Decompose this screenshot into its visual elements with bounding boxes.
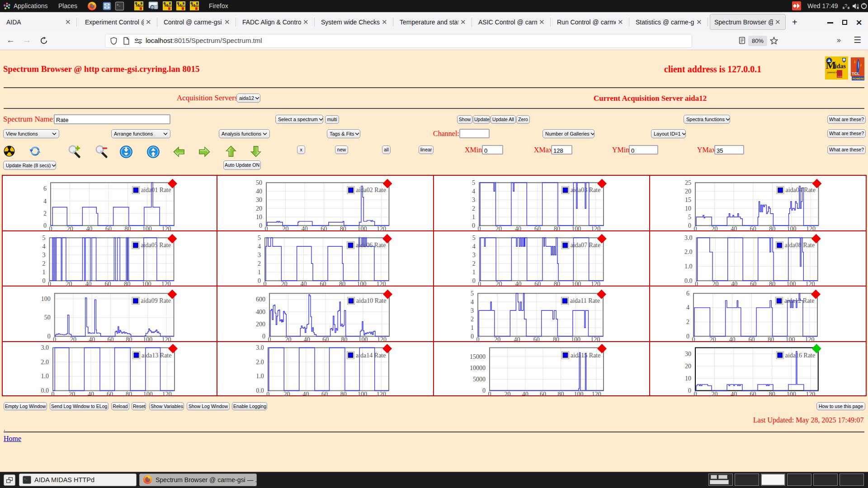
svg-text:0.0: 0.0 xyxy=(41,387,49,394)
svg-text:20: 20 xyxy=(69,391,75,398)
svg-text:aida13 Rate: aida13 Rate xyxy=(142,352,171,359)
svg-text:aida07 Rate: aida07 Rate xyxy=(571,242,600,249)
svg-text:5000: 5000 xyxy=(473,376,486,383)
svg-text:80: 80 xyxy=(769,391,775,398)
svg-text:3: 3 xyxy=(472,252,476,258)
svg-text:3: 3 xyxy=(472,196,475,203)
svg-text:20: 20 xyxy=(711,391,717,398)
svg-text:3.0: 3.0 xyxy=(41,344,49,351)
svg-text:4: 4 xyxy=(472,188,475,194)
svg-text:aida09 Rate: aida09 Rate xyxy=(141,297,171,304)
svg-text:60: 60 xyxy=(540,391,546,398)
svg-text:5: 5 xyxy=(472,235,476,241)
svg-text:15: 15 xyxy=(685,196,691,203)
svg-text:idas: idas xyxy=(138,5,143,7)
svg-text:2: 2 xyxy=(42,260,46,267)
svg-text:4: 4 xyxy=(686,304,689,311)
svg-text:3: 3 xyxy=(42,252,46,258)
svg-text:1: 1 xyxy=(471,324,474,331)
svg-text:120: 120 xyxy=(806,391,815,398)
svg-text:20: 20 xyxy=(283,391,290,398)
svg-text:50: 50 xyxy=(256,179,262,186)
svg-text:0: 0 xyxy=(472,277,476,284)
svg-text:1: 1 xyxy=(472,269,476,276)
svg-text:80: 80 xyxy=(558,391,564,398)
svg-text:6: 6 xyxy=(686,290,689,296)
svg-text:10: 10 xyxy=(685,375,691,382)
svg-text:100: 100 xyxy=(786,391,796,398)
svg-text:30: 30 xyxy=(685,351,691,357)
svg-text:aida12 Rate: aida12 Rate xyxy=(784,297,814,304)
svg-text:0: 0 xyxy=(482,387,486,394)
svg-text:aida06 Rate: aida06 Rate xyxy=(356,242,386,249)
svg-text:aida03 Rate: aida03 Rate xyxy=(571,187,600,193)
svg-text:aida01 Rate: aida01 Rate xyxy=(141,187,171,193)
svg-text:40: 40 xyxy=(730,391,736,398)
svg-text:aida02 Rate: aida02 Rate xyxy=(356,187,386,193)
svg-text:400: 400 xyxy=(256,308,265,315)
svg-text:20: 20 xyxy=(504,391,510,398)
svg-text:0: 0 xyxy=(266,391,269,398)
svg-text:40: 40 xyxy=(88,391,94,398)
svg-text:idas: idas xyxy=(194,5,199,7)
svg-text:20: 20 xyxy=(685,363,691,370)
svg-text:1.0: 1.0 xyxy=(684,263,693,270)
svg-text:1: 1 xyxy=(42,269,46,276)
svg-text:idas: idas xyxy=(180,5,185,7)
svg-text:80: 80 xyxy=(340,391,346,398)
svg-text:4: 4 xyxy=(472,243,476,250)
svg-text:TCL: TCL xyxy=(852,71,860,76)
svg-text:aida08 Rate: aida08 Rate xyxy=(784,242,814,249)
svg-text:2: 2 xyxy=(43,210,47,216)
svg-text:aida11 Rate: aida11 Rate xyxy=(570,297,600,304)
svg-text:20: 20 xyxy=(685,188,691,194)
svg-text:0.0: 0.0 xyxy=(684,277,693,284)
svg-text:0: 0 xyxy=(688,387,691,394)
svg-text:10000: 10000 xyxy=(470,365,486,371)
svg-text:0.0: 0.0 xyxy=(256,387,264,394)
svg-text:5: 5 xyxy=(42,235,46,241)
svg-text:1.0: 1.0 xyxy=(41,373,49,380)
svg-text:0: 0 xyxy=(43,222,47,229)
svg-text:powered by: powered by xyxy=(827,71,838,74)
svg-text:3: 3 xyxy=(258,252,261,258)
svg-text:120: 120 xyxy=(162,391,172,398)
svg-text:idas: idas xyxy=(167,5,172,7)
svg-text:2.0: 2.0 xyxy=(256,359,264,366)
svg-text:5: 5 xyxy=(471,290,474,296)
svg-text:4: 4 xyxy=(42,243,46,250)
svg-text:50: 50 xyxy=(44,314,51,321)
svg-text:10: 10 xyxy=(256,213,262,220)
svg-text:2: 2 xyxy=(258,260,261,267)
svg-text:200: 200 xyxy=(256,320,265,327)
svg-text:5: 5 xyxy=(472,179,475,186)
svg-text:2: 2 xyxy=(472,260,476,267)
svg-text:4: 4 xyxy=(258,243,261,250)
svg-text:6: 6 xyxy=(43,185,47,192)
svg-text:100: 100 xyxy=(574,391,583,398)
svg-text:2.0: 2.0 xyxy=(41,359,49,366)
svg-text:120: 120 xyxy=(592,391,601,398)
svg-text:10: 10 xyxy=(685,205,691,211)
svg-text:idas: idas xyxy=(835,63,846,70)
svg-text:aida16 Rate: aida16 Rate xyxy=(785,352,815,359)
svg-text:600: 600 xyxy=(256,296,265,303)
svg-text:40: 40 xyxy=(302,391,309,398)
svg-text:60: 60 xyxy=(750,391,756,398)
svg-text:>_: >_ xyxy=(117,3,121,7)
svg-text:30: 30 xyxy=(256,196,262,203)
svg-text:0: 0 xyxy=(488,391,491,398)
svg-text:0: 0 xyxy=(688,222,691,229)
svg-text:0: 0 xyxy=(258,277,261,284)
svg-text:POWERED: POWERED xyxy=(853,77,865,80)
svg-text:5: 5 xyxy=(688,213,691,220)
svg-text:aida15 Rate: aida15 Rate xyxy=(571,352,600,359)
svg-text:2: 2 xyxy=(472,205,475,211)
svg-text:0: 0 xyxy=(471,333,474,339)
svg-text:0: 0 xyxy=(686,333,689,339)
svg-text:aida05 Rate: aida05 Rate xyxy=(141,242,171,249)
svg-text:1.0: 1.0 xyxy=(256,373,264,380)
svg-text:aida10 Rate: aida10 Rate xyxy=(356,297,386,304)
svg-text:40: 40 xyxy=(256,188,262,194)
svg-text:aida04 Rate: aida04 Rate xyxy=(785,187,815,193)
